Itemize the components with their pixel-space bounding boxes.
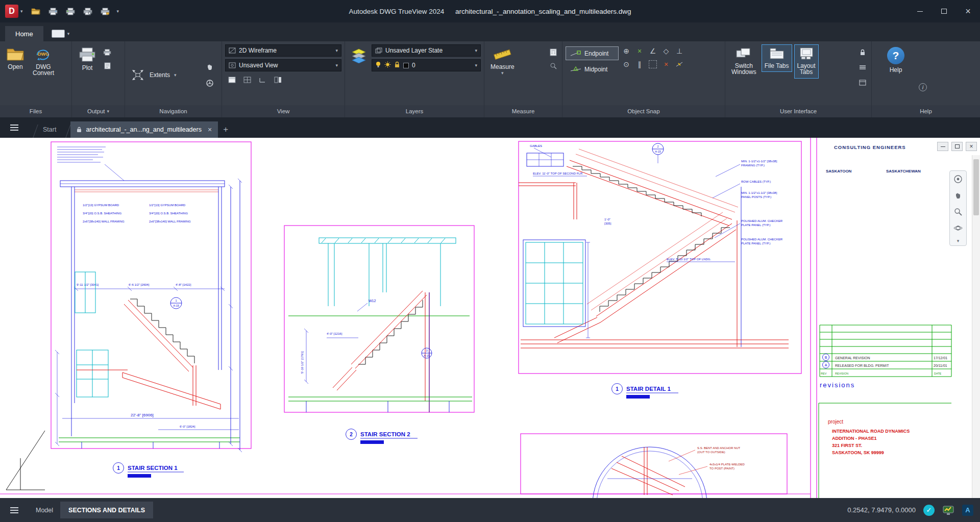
plot-button-qat[interactable] <box>47 6 59 17</box>
status-check-button[interactable]: ✓ <box>923 504 935 516</box>
osnap-intersection-icon[interactable]: × <box>634 45 645 57</box>
vp1-title: STAIR SECTION 1 <box>128 465 178 471</box>
layout-tab-sections-and-details[interactable]: SECTIONS AND DETAILS <box>60 502 153 518</box>
osnap-quadrant-icon[interactable]: ◇ <box>660 45 672 57</box>
tab-close-icon[interactable]: × <box>208 126 212 134</box>
printer-preview-icon <box>83 8 92 15</box>
layer-properties-button[interactable] <box>348 44 370 66</box>
dwg-convert-button[interactable]: DWG DWG Convert <box>30 44 57 80</box>
doc-restore-button[interactable] <box>951 142 963 151</box>
model-tab[interactable]: Model <box>29 507 60 514</box>
zoom-icon[interactable] <box>952 206 964 218</box>
rev-b-date: 17/12/01 <box>934 356 947 360</box>
plot-button[interactable]: Plot <box>75 44 100 74</box>
status-menu-button[interactable] <box>0 498 29 522</box>
tab-home[interactable]: Home <box>5 26 43 41</box>
named-view-select[interactable]: Unsaved View ▾ <box>225 59 341 71</box>
page-setup-manager-icon[interactable] <box>102 60 113 71</box>
osnap-extension-icon[interactable]: ∠ <box>647 45 658 57</box>
orbit-icon[interactable] <box>952 222 964 234</box>
lock-ui-icon[interactable] <box>857 46 868 58</box>
new-tab-button[interactable]: + <box>218 121 233 138</box>
clean-screen-icon[interactable] <box>857 77 868 88</box>
page-setup-button[interactable] <box>100 6 111 17</box>
application-menu-button[interactable]: D ▾ <box>0 0 27 22</box>
named-views-icon[interactable] <box>226 74 237 85</box>
panel-label-output[interactable]: Output ▾ <box>72 105 125 117</box>
tab-active-drawing[interactable]: architectural_-_an...ng_and_multileaders… <box>70 121 218 138</box>
quick-calc-icon[interactable] <box>548 46 559 58</box>
drawing-canvas[interactable]: 1/2"[13] GYPSUM BOARD 3/4"[20] O.S.B. SH… <box>0 138 980 498</box>
layer-color-swatch[interactable] <box>403 63 409 68</box>
layer-select[interactable]: 0 ▾ <box>372 59 481 71</box>
project-line1: INTERNATIONAL ROAD DYNAMICS <box>832 429 910 434</box>
close-button[interactable]: × <box>956 0 980 22</box>
window-controls: × <box>908 0 980 22</box>
osnap-geometric-center-icon[interactable]: ⊙ <box>621 59 632 70</box>
coordinates-display[interactable]: 0.2542, 7.9479, 0.0000 <box>847 506 916 514</box>
pan-icon[interactable] <box>952 189 964 202</box>
batch-plot-icon[interactable] <box>102 46 113 58</box>
osnap-node-icon[interactable] <box>649 60 657 68</box>
file-tabs-button[interactable]: File Tabs <box>762 44 792 72</box>
application-window: D ▾ <box>0 0 980 522</box>
layer-on-bulb-icon[interactable] <box>375 61 381 69</box>
steering-wheel-icon[interactable] <box>204 78 215 89</box>
printer-icon <box>48 8 58 15</box>
batch-plot-button[interactable] <box>65 6 76 17</box>
svg-text:DWG: DWG <box>38 52 49 57</box>
info-icon[interactable]: i <box>919 83 927 91</box>
switch-windows-button[interactable]: Switch Windows <box>728 44 760 79</box>
doc-minimize-button[interactable] <box>937 142 948 151</box>
dwg-convert-icon: DWG <box>34 47 53 61</box>
plot-preview-button[interactable] <box>82 6 93 17</box>
graphics-performance-button[interactable] <box>942 504 954 516</box>
status-bar-options-icon[interactable] <box>857 62 868 73</box>
ribbon-tab-row: Home ▾ <box>0 22 980 41</box>
help-button[interactable]: ? Help <box>884 44 908 76</box>
project-line4: SASKATOON, SK 99999 <box>832 450 884 455</box>
osnap-center-icon[interactable]: ⊕ <box>621 45 632 57</box>
pan-hand-icon[interactable] <box>204 61 215 72</box>
tab-start[interactable]: Start <box>38 121 61 138</box>
app-logo-icon: D <box>5 5 18 18</box>
autodesk-access-button[interactable]: A <box>962 504 974 516</box>
maximize-button[interactable] <box>932 0 956 22</box>
osnap-perpendicular-icon[interactable]: ⊥ <box>674 45 685 57</box>
layer-freeze-sun-icon[interactable] <box>384 61 391 69</box>
layout-tab-label: SECTIONS AND DETAILS <box>68 507 145 514</box>
endpoint-icon <box>570 51 581 57</box>
layout-tabs-button[interactable]: Layout Tabs <box>794 44 819 79</box>
status-right-cluster: 0.2542, 7.9479, 0.0000 ✓ A <box>847 504 980 516</box>
open-button[interactable]: Open <box>3 44 28 73</box>
panel-label-files: Files <box>0 105 71 117</box>
doc-close-button[interactable]: × <box>966 142 977 151</box>
navigation-bar-toggle-icon[interactable] <box>272 74 283 85</box>
visual-style-select[interactable]: 2D Wireframe ▾ <box>225 44 341 57</box>
minimize-button[interactable] <box>908 0 932 22</box>
measure-button[interactable]: Measure ▾ <box>487 44 518 78</box>
osnap-off-icon[interactable]: × <box>660 59 672 70</box>
qat-customize-caret-icon[interactable]: ▾ <box>117 9 119 14</box>
full-navigation-wheel-icon[interactable] <box>952 173 964 185</box>
open-file-button[interactable] <box>30 6 41 17</box>
viewport-config-icon[interactable] <box>241 74 253 85</box>
open-label: Open <box>8 63 22 70</box>
navbar-more-caret-icon[interactable]: ▾ <box>957 238 960 243</box>
zoom-extents-button[interactable]: Extents ▾ <box>128 66 179 84</box>
osnap-nearest-icon[interactable] <box>674 59 685 70</box>
id-point-icon[interactable] <box>548 60 559 71</box>
vertical-scrollbar[interactable] <box>972 155 980 498</box>
osnap-parallel-icon[interactable]: ∥ <box>634 59 645 70</box>
file-tab-menu-button[interactable] <box>0 117 29 138</box>
osnap-endpoint-button[interactable]: Endpoint <box>566 46 619 60</box>
layer-state-select[interactable]: Unsaved Layer State ▾ <box>372 44 481 57</box>
osnap-midpoint-button[interactable]: Midpoint <box>566 62 619 76</box>
scrollbar-thumb[interactable] <box>973 159 979 215</box>
vp4-note1: S.S. BENT AND ANCHOR NUT <box>697 446 741 450</box>
hdr-date: DATE <box>934 372 942 375</box>
layer-lock-icon[interactable] <box>394 61 400 69</box>
ucs-icon-toggle[interactable] <box>257 74 268 85</box>
ribbon-options-button[interactable]: ▾ <box>47 26 74 41</box>
panel-files: Open DWG DWG Convert Files <box>0 41 72 117</box>
